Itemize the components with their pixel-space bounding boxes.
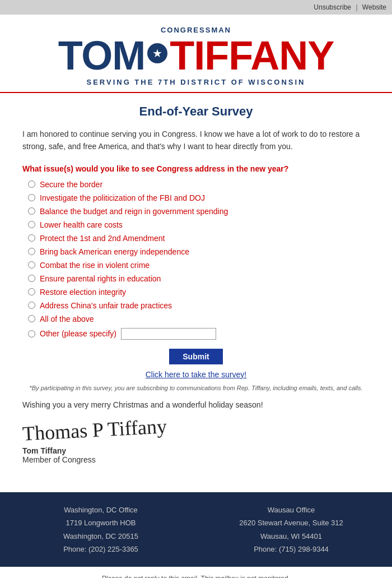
header: CONGRESSMAN TOM TIFFANY SERVING THE 7TH … [0,15,392,93]
option-radio-1[interactable] [28,181,35,188]
submit-button[interactable]: Submit [169,349,222,364]
district-text: SERVING THE 7TH DISTRICT OF WISCONSIN [22,78,370,86]
submit-row: Submit [22,349,370,364]
option-radio-5[interactable] [28,234,35,242]
option-label-5[interactable]: Protect the 1st and 2nd Amendment [40,234,165,243]
option-radio-10[interactable] [28,302,35,309]
holiday-text: Wishing you a very merry Christmas and a… [22,400,370,409]
wausau-phone: Phone: (715) 298-9344 [202,543,381,556]
survey-link-row: Click here to take the survey! [22,370,370,379]
option-label-4[interactable]: Lower health care costs [40,220,123,229]
content-area: End-of-Year Survey I am honored to conti… [0,93,392,481]
option-label-7[interactable]: Combat the rise in violent crime [40,261,150,270]
star-icon [147,43,167,63]
list-item: All of the above [28,315,370,323]
option-label-11[interactable]: All of the above [40,315,94,323]
option-radio-2[interactable] [28,194,35,201]
list-item: Balance the budget and reign in governme… [28,207,370,216]
signatory-name: Tom Tiffany [22,446,370,455]
option-label-12[interactable]: Other (please specify) [40,329,116,338]
wausau-address1: 2620 Stewart Avenue, Suite 312 [202,516,381,529]
option-radio-8[interactable] [28,275,35,282]
separator: | [356,3,357,11]
email-container: Unsubscribe | Website CONGRESSMAN TOM TI… [0,0,392,578]
option-label-8[interactable]: Ensure parental rights in education [40,274,161,283]
survey-link[interactable]: Click here to take the survey! [146,370,247,379]
wausau-address2: Wausau, WI 54401 [202,530,381,543]
list-item: Bring back American energy independence [28,247,370,256]
signature-image: Thomas P Tiffany [22,414,167,445]
option-radio-3[interactable] [28,207,35,215]
bottom-note: Please do not reply to this email. This … [0,567,392,578]
dc-address1: 1719 Longworth HOB [11,516,190,529]
dc-phone: Phone: (202) 225-3365 [11,543,190,556]
option-label-10[interactable]: Address China's unfair trade practices [40,301,172,310]
option-radio-4[interactable] [28,221,35,228]
wausau-office: Wausau Office 2620 Stewart Avenue, Suite… [202,503,381,556]
dc-address2: Washington, DC 20515 [11,530,190,543]
option-label-2[interactable]: Investigate the politicization of the FB… [40,193,205,202]
intro-text: I am honored to continue serving you in … [22,128,370,153]
signature-block: Thomas P Tiffany Tom Tiffany Member of C… [22,418,370,464]
option-label-3[interactable]: Balance the budget and reign in governme… [40,207,228,216]
option-radio-9[interactable] [28,288,35,295]
option-label-1[interactable]: Secure the border [40,180,102,189]
option-radio-6[interactable] [28,248,35,255]
unsubscribe-link[interactable]: Unsubscribe [314,3,351,11]
option-radio-12[interactable] [28,330,35,337]
option-radio-7[interactable] [28,261,35,269]
signatory-title: Member of Congress [22,455,370,464]
disclaimer-text: *By participating in this survey, you ar… [22,385,370,391]
list-item: Protect the 1st and 2nd Amendment [28,234,370,243]
option-label-6[interactable]: Bring back American energy independence [40,247,189,256]
footer: Washington, DC Office 1719 Longworth HOB… [0,492,392,567]
dc-office: Washington, DC Office 1719 Longworth HOB… [11,503,190,556]
other-specify-input[interactable] [121,328,216,340]
bottom-note-line1: Please do not reply to this email. This … [22,574,370,578]
name-tom: TOM [58,35,146,76]
list-item: Other (please specify) [28,328,370,340]
survey-title: End-of-Year Survey [22,104,370,119]
name-tiffany: TIFFANY [170,35,334,76]
dc-office-title: Washington, DC Office [11,503,190,516]
options-list: Secure the border Investigate the politi… [28,180,370,340]
option-label-9[interactable]: Restore election integrity [40,288,126,297]
list-item: Ensure parental rights in education [28,274,370,283]
list-item: Restore election integrity [28,288,370,297]
top-bar: Unsubscribe | Website [0,0,392,15]
website-link[interactable]: Website [362,3,386,11]
list-item: Secure the border [28,180,370,189]
survey-question: What issue(s) would you like to see Cong… [22,164,370,173]
list-item: Address China's unfair trade practices [28,301,370,310]
option-radio-11[interactable] [28,315,35,322]
list-item: Combat the rise in violent crime [28,261,370,270]
list-item: Investigate the politicization of the FB… [28,193,370,202]
footer-columns: Washington, DC Office 1719 Longworth HOB… [11,503,381,556]
list-item: Lower health care costs [28,220,370,229]
name-block: TOM TIFFANY [22,35,370,76]
wausau-office-title: Wausau Office [202,503,381,516]
